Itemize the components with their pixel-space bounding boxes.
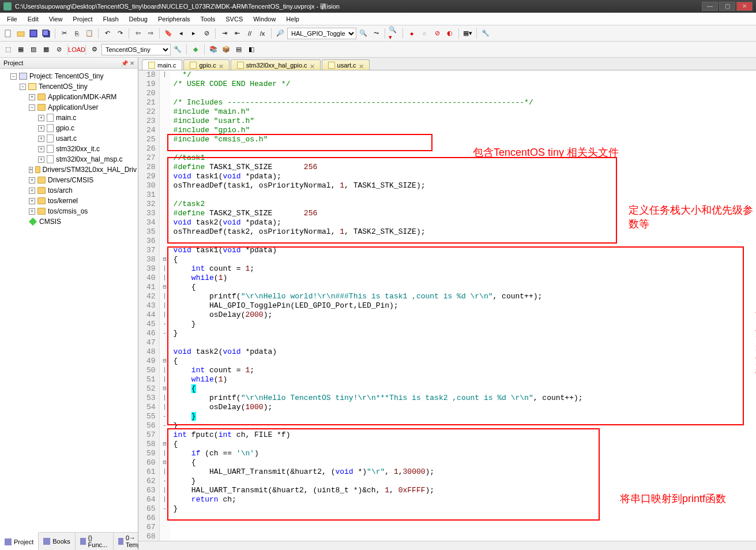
tree-file[interactable]: +gpio.c <box>38 123 137 133</box>
menu-window[interactable]: Window <box>249 14 280 24</box>
symbol-dropdown[interactable]: HAL_GPIO_Toggle <box>287 28 356 39</box>
tree-group[interactable]: +Application/MDK-ARM <box>29 92 137 102</box>
rebuild-icon[interactable]: ▨ <box>28 44 39 55</box>
bookmark-clear-icon[interactable]: ⊘ <box>201 28 212 39</box>
file-tabs: main.cgpio.c ✕stm32l0xx_hal_gpio.c ✕usar… <box>138 58 756 70</box>
menu-help[interactable]: Help <box>281 14 304 24</box>
pack-installer-icon[interactable]: 📦 <box>220 44 232 55</box>
svg-rect-2 <box>30 30 37 37</box>
manage-rte-icon[interactable]: ◆ <box>190 44 201 55</box>
indent-icon[interactable]: ⇥ <box>219 28 230 39</box>
maximize-button[interactable]: ▢ <box>719 2 735 11</box>
project-root[interactable]: −Project: TencentOS_tiny <box>10 71 137 81</box>
paste-icon[interactable]: 📋 <box>84 28 95 39</box>
tree-group[interactable]: +Drivers/STM32L0xx_HAL_Driv <box>29 164 137 175</box>
close-icon[interactable]: ✕ <box>310 63 314 68</box>
bookmark-prev-icon[interactable]: ◂ <box>175 28 187 39</box>
target-node[interactable]: −TencentOS_tiny <box>20 81 137 92</box>
stop-build-icon[interactable]: ⊘ <box>53 44 65 55</box>
cut-icon[interactable]: ✂ <box>58 28 70 39</box>
tree-group[interactable]: +tos/kernel <box>29 196 137 206</box>
debug-icon[interactable]: 🔍▾ <box>388 28 400 39</box>
file-icon <box>148 62 155 69</box>
horizontal-scrollbar[interactable] <box>138 541 756 550</box>
pin-icon[interactable]: 📌 ✕ <box>121 60 134 66</box>
tree-file[interactable]: +stm32l0xx_hal_msp.c <box>38 154 137 164</box>
undo-icon[interactable]: ↶ <box>101 28 113 39</box>
menu-edit[interactable]: Edit <box>23 14 43 24</box>
comment-icon[interactable]: // <box>244 28 255 39</box>
sve-icon[interactable]: ◧ <box>246 44 257 55</box>
menu-project[interactable]: Project <box>68 14 97 24</box>
download-icon[interactable]: LOAD <box>71 44 82 55</box>
breakpoint-icon[interactable]: ● <box>406 28 418 39</box>
tree-file[interactable]: +main.c <box>38 113 137 123</box>
tree-group[interactable]: −Application/User <box>29 102 137 113</box>
bookmark-icon[interactable]: 🔖 <box>163 28 174 39</box>
target-options-icon[interactable]: ⚙ <box>89 44 100 55</box>
menu-view[interactable]: View <box>44 14 67 24</box>
open-file-icon[interactable] <box>15 28 27 39</box>
file-tab-stm32l0xx_hal_gpio-c[interactable]: stm32l0xx_hal_gpio.c ✕ <box>231 59 321 70</box>
tab-icon <box>5 538 12 545</box>
menu-svcs[interactable]: SVCS <box>221 14 247 24</box>
uncomment-icon[interactable]: /x <box>257 28 268 39</box>
menu-tools[interactable]: Tools <box>196 14 220 24</box>
tree-group[interactable]: +Drivers/CMSIS <box>29 175 137 185</box>
tree-group[interactable]: +tos/arch <box>29 185 137 196</box>
code-editor[interactable]: 18 19 20 21 22 23 24 25 26 27 28 29 30 3… <box>138 70 756 541</box>
manage-targets-icon[interactable]: 🔧 <box>172 44 183 55</box>
panel-tab-0[interactable]: Project <box>0 532 39 550</box>
build-icon[interactable]: ▦ <box>15 44 27 55</box>
redo-icon[interactable]: ↷ <box>114 28 126 39</box>
project-tree[interactable]: −Project: TencentOS_tiny −TencentOS_tiny… <box>0 69 138 532</box>
close-icon[interactable]: ✕ <box>219 63 223 68</box>
breakpoint-disable-icon[interactable]: ○ <box>419 28 430 39</box>
project-panel: Project 📌 ✕ −Project: TencentOS_tiny −Te… <box>0 58 138 550</box>
file-icon <box>47 124 54 132</box>
breakpoint-kill-icon[interactable]: ⊘ <box>431 28 443 39</box>
translate-icon[interactable]: ⬚ <box>2 44 14 55</box>
new-file-icon[interactable] <box>2 28 14 39</box>
close-button[interactable]: ✕ <box>736 2 753 11</box>
close-icon[interactable]: ✕ <box>359 63 363 68</box>
bookmark-next-icon[interactable]: ▸ <box>188 28 200 39</box>
manage-layers-icon[interactable]: ▤ <box>233 44 245 55</box>
save-all-icon[interactable] <box>40 28 52 39</box>
source-text[interactable]: */ /* USER CODE END Header */ /* Include… <box>170 70 583 541</box>
panel-tab-2[interactable]: {} Func... <box>76 533 114 550</box>
nav-fwd-icon[interactable]: ⇨ <box>145 28 156 39</box>
save-icon[interactable] <box>28 28 39 39</box>
breakpoint-enable-icon[interactable]: ◐ <box>444 28 456 39</box>
file-tab-gpio-c[interactable]: gpio.c ✕ <box>183 59 229 70</box>
tree-group[interactable]: CMSIS <box>29 216 137 227</box>
find-icon[interactable]: 🔍 <box>358 28 369 39</box>
file-tab-main-c[interactable]: main.c <box>142 59 182 70</box>
outdent-icon[interactable]: ⇤ <box>231 28 243 39</box>
books-icon[interactable]: 📚 <box>208 44 219 55</box>
find-in-files-icon[interactable]: 🔎 <box>274 28 286 39</box>
menu-peripherals[interactable]: Peripherals <box>153 14 195 24</box>
menubar: FileEditViewProjectFlashDebugPeripherals… <box>0 13 756 25</box>
configure-icon[interactable]: 🔧 <box>480 28 491 39</box>
tab-icon <box>43 538 50 545</box>
nav-back-icon[interactable]: ⇦ <box>132 28 144 39</box>
incremental-find-icon[interactable]: ⤳ <box>370 28 382 39</box>
minimize-button[interactable]: — <box>702 2 718 11</box>
folder-icon <box>37 208 46 215</box>
fold-column[interactable]: |⊟||⊟|||--⊟||⊟||--⊟|⊟|-||- <box>160 70 170 541</box>
menu-file[interactable]: File <box>2 14 22 24</box>
window-tile-icon[interactable]: ▦▾ <box>462 28 473 39</box>
tree-file[interactable]: +usart.c <box>38 133 137 144</box>
batch-build-icon[interactable]: ▩ <box>40 44 52 55</box>
menu-flash[interactable]: Flash <box>99 14 123 24</box>
target-dropdown[interactable]: TencentOS_tiny <box>101 44 171 55</box>
file-tab-usart-c[interactable]: usart.c ✕ <box>322 59 370 70</box>
file-icon <box>237 62 244 69</box>
tree-file[interactable]: +stm32l0xx_it.c <box>38 144 137 154</box>
panel-tab-1[interactable]: Books <box>39 533 76 550</box>
menu-debug[interactable]: Debug <box>125 14 152 24</box>
folder-icon <box>37 93 46 100</box>
tree-group[interactable]: +tos/cmsis_os <box>29 206 137 216</box>
copy-icon[interactable]: ⎘ <box>71 28 82 39</box>
